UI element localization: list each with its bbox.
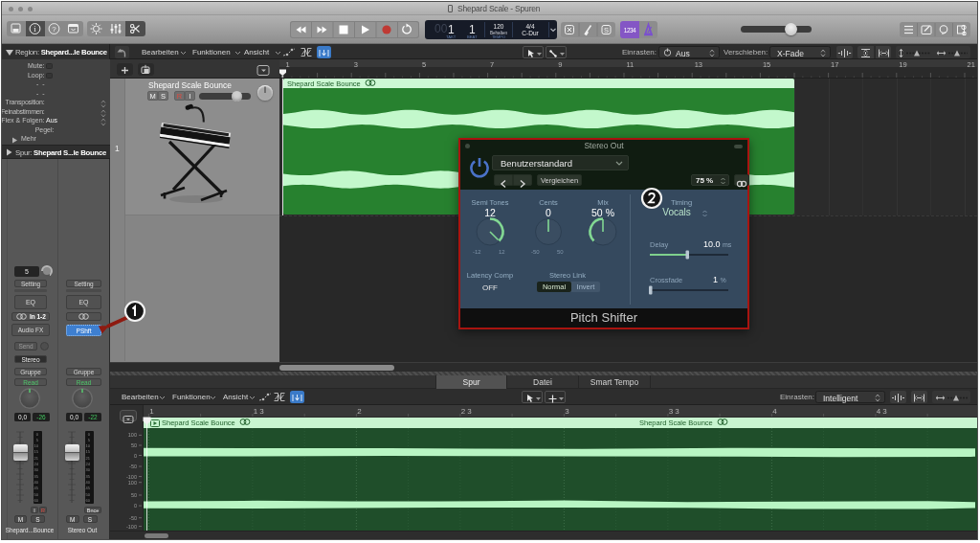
svg-text:17: 17 [831, 60, 838, 69]
svg-text:0: 0 [36, 431, 39, 436]
svg-text:1: 1 [286, 60, 290, 69]
svg-text:10: 10 [85, 443, 90, 448]
svg-text:11: 11 [627, 60, 635, 69]
svg-text:120: 120 [494, 23, 504, 30]
svg-text:30: 30 [33, 467, 38, 472]
svg-text:60: 60 [85, 497, 90, 502]
svg-text:40: 40 [33, 479, 38, 484]
svg-text:-100: -100 [126, 524, 137, 530]
svg-text:10: 10 [33, 443, 38, 448]
svg-text:9: 9 [558, 60, 562, 69]
svg-text:21: 21 [33, 455, 38, 460]
svg-text:-50: -50 [129, 464, 137, 469]
svg-text:45: 45 [33, 486, 38, 490]
svg-text:BEAT: BEAT [467, 34, 478, 39]
svg-text:100: 100 [128, 480, 137, 486]
svg-text:1: 1 [149, 407, 154, 416]
svg-text:24: 24 [33, 462, 38, 466]
svg-text:35: 35 [33, 473, 38, 478]
svg-text:50: 50 [33, 491, 38, 496]
svg-text:15: 15 [85, 449, 90, 454]
svg-text:3 3: 3 3 [669, 407, 680, 416]
svg-text:?: ? [52, 25, 56, 34]
svg-text:5: 5 [36, 437, 39, 441]
svg-text:1 3: 1 3 [254, 407, 265, 416]
svg-text:4: 4 [772, 407, 777, 416]
svg-text:C-Dur: C-Dur [522, 30, 539, 36]
svg-text:2: 2 [357, 407, 362, 416]
svg-text:60: 60 [33, 497, 38, 502]
svg-text:40: 40 [85, 479, 90, 484]
svg-text:19: 19 [899, 60, 906, 69]
svg-text:3: 3 [354, 60, 358, 69]
svg-text:1234: 1234 [624, 27, 636, 34]
svg-text:30: 30 [85, 467, 90, 472]
svg-text:100: 100 [128, 432, 137, 438]
svg-text:15: 15 [33, 449, 38, 454]
svg-text:S: S [604, 26, 609, 34]
svg-text:i: i [33, 24, 36, 34]
svg-text:7: 7 [490, 60, 494, 69]
svg-text:4/4: 4/4 [525, 23, 534, 30]
svg-text:13: 13 [695, 60, 702, 69]
svg-text:-50: -50 [129, 515, 137, 521]
svg-text:5: 5 [422, 60, 426, 69]
svg-text:0: 0 [134, 453, 137, 459]
svg-text:50: 50 [131, 492, 137, 498]
svg-text:2 3: 2 3 [461, 407, 473, 416]
svg-text:45: 45 [85, 486, 90, 490]
svg-text:50: 50 [85, 491, 90, 496]
svg-text:-100: -100 [126, 474, 137, 480]
svg-text:0: 0 [88, 431, 91, 436]
svg-text:4 3: 4 3 [877, 407, 888, 416]
svg-text:21: 21 [85, 455, 90, 460]
svg-text:0: 0 [134, 503, 137, 509]
svg-text:3: 3 [565, 407, 569, 416]
svg-text:35: 35 [85, 473, 90, 478]
svg-text:50: 50 [131, 442, 137, 448]
svg-text:21: 21 [968, 60, 975, 69]
svg-text:24: 24 [85, 462, 90, 466]
svg-text:5: 5 [88, 437, 91, 441]
svg-text:TAKT: TAKT [446, 34, 457, 39]
svg-text:15: 15 [763, 60, 770, 69]
svg-text:TEMPO: TEMPO [492, 34, 505, 39]
